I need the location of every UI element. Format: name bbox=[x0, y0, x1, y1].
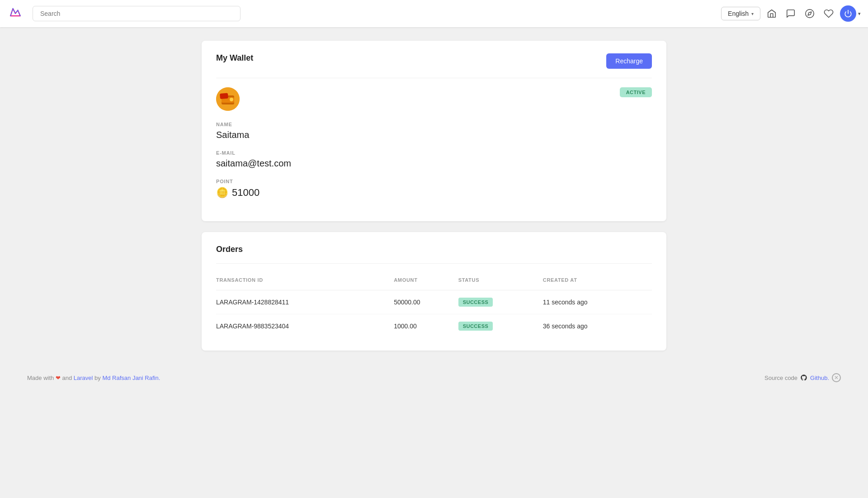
col-amount: AMOUNT bbox=[394, 273, 458, 290]
coin-icon: 🪙 bbox=[216, 187, 228, 199]
brand-logo[interactable] bbox=[7, 5, 25, 23]
close-button[interactable]: ✕ bbox=[832, 373, 841, 382]
power-icon bbox=[844, 9, 852, 18]
language-button[interactable]: English ▾ bbox=[721, 7, 760, 20]
github-icon bbox=[800, 374, 807, 381]
cell-amount: 1000.00 bbox=[394, 314, 458, 338]
heart-icon: ❤ bbox=[56, 375, 62, 381]
footer-right: Source code Github. ✕ bbox=[764, 373, 841, 382]
point-value: 51000 bbox=[232, 187, 259, 199]
wallet-card: My Wallet Recharge ACTIVE NAME Saitama bbox=[202, 41, 666, 221]
cell-created-at: 36 seconds ago bbox=[543, 314, 652, 338]
author-link[interactable]: Md Rafsan Jani Rafin. bbox=[102, 375, 160, 381]
cell-created-at: 11 seconds ago bbox=[543, 290, 652, 314]
point-row: 🪙 51000 bbox=[216, 187, 652, 199]
github-link[interactable]: Github. bbox=[810, 375, 829, 381]
laravel-link[interactable]: Laravel bbox=[74, 375, 93, 381]
main-content: My Wallet Recharge ACTIVE NAME Saitama bbox=[194, 41, 674, 351]
home-icon bbox=[767, 9, 777, 19]
wallet-title: My Wallet bbox=[216, 53, 253, 63]
cell-status: SUCCESS bbox=[458, 290, 543, 314]
heart-icon-button[interactable] bbox=[821, 6, 836, 21]
status-badge: ACTIVE bbox=[620, 87, 652, 97]
name-field-group: NAME Saitama bbox=[216, 122, 652, 140]
svg-rect-7 bbox=[230, 98, 233, 101]
orders-table: TRANSACTION ID AMOUNT STATUS CREATED AT … bbox=[216, 273, 652, 338]
search-container bbox=[33, 6, 241, 21]
email-field-group: E-MAIL saitama@test.com bbox=[216, 150, 652, 169]
point-field-group: POINT 🪙 51000 bbox=[216, 179, 652, 199]
source-code-text: Source code bbox=[764, 375, 797, 381]
email-label: E-MAIL bbox=[216, 150, 652, 156]
status-badge: SUCCESS bbox=[458, 322, 493, 331]
cell-transaction-id: LARAGRAM-9883523404 bbox=[216, 314, 394, 338]
footer-left: Made with ❤ and Laravel by Md Rafsan Jan… bbox=[27, 375, 160, 381]
status-badge: SUCCESS bbox=[458, 298, 493, 307]
col-status: STATUS bbox=[458, 273, 543, 290]
svg-point-1 bbox=[806, 9, 814, 18]
compass-icon bbox=[805, 9, 815, 19]
chat-icon-button[interactable] bbox=[783, 6, 798, 21]
power-button[interactable] bbox=[840, 5, 856, 22]
chat-icon bbox=[786, 9, 796, 19]
svg-marker-2 bbox=[808, 12, 811, 15]
caret-icon: ▾ bbox=[751, 11, 754, 16]
col-created-at: CREATED AT bbox=[543, 273, 652, 290]
email-value: saitama@test.com bbox=[216, 158, 652, 169]
name-value: Saitama bbox=[216, 130, 652, 140]
col-transaction-id: TRANSACTION ID bbox=[216, 273, 394, 290]
compass-icon-button[interactable] bbox=[802, 6, 817, 21]
user-caret-icon: ▾ bbox=[858, 11, 861, 17]
table-row: LARAGRAM-9883523404 1000.00 SUCCESS 36 s… bbox=[216, 314, 652, 338]
cell-status: SUCCESS bbox=[458, 314, 543, 338]
svg-rect-8 bbox=[220, 93, 228, 99]
cell-transaction-id: LARAGRAM-1428828411 bbox=[216, 290, 394, 314]
recharge-button[interactable]: Recharge bbox=[606, 53, 652, 69]
wallet-header: My Wallet Recharge bbox=[216, 53, 652, 78]
language-label: English bbox=[728, 10, 749, 17]
footer-and: and bbox=[62, 375, 74, 381]
table-row: LARAGRAM-1428828411 50000.00 SUCCESS 11 … bbox=[216, 290, 652, 314]
made-with-text: Made with bbox=[27, 375, 54, 381]
point-label: POINT bbox=[216, 179, 652, 184]
search-input[interactable] bbox=[33, 6, 241, 21]
footer: Made with ❤ and Laravel by Md Rafsan Jan… bbox=[0, 364, 868, 391]
orders-card: Orders TRANSACTION ID AMOUNT STATUS CREA… bbox=[202, 232, 666, 351]
navbar: English ▾ bbox=[0, 0, 868, 27]
user-menu[interactable]: ▾ bbox=[840, 5, 861, 22]
cell-amount: 50000.00 bbox=[394, 290, 458, 314]
navbar-right: English ▾ bbox=[721, 5, 861, 22]
heart-icon bbox=[824, 9, 834, 19]
wallet-avatar-row: ACTIVE bbox=[216, 87, 652, 111]
avatar-image bbox=[216, 87, 240, 111]
orders-table-head: TRANSACTION ID AMOUNT STATUS CREATED AT bbox=[216, 273, 652, 290]
footer-by: by bbox=[94, 375, 102, 381]
home-icon-button[interactable] bbox=[764, 6, 779, 21]
orders-title: Orders bbox=[216, 245, 652, 264]
orders-table-body: LARAGRAM-1428828411 50000.00 SUCCESS 11 … bbox=[216, 290, 652, 338]
avatar bbox=[216, 87, 240, 111]
name-label: NAME bbox=[216, 122, 652, 127]
